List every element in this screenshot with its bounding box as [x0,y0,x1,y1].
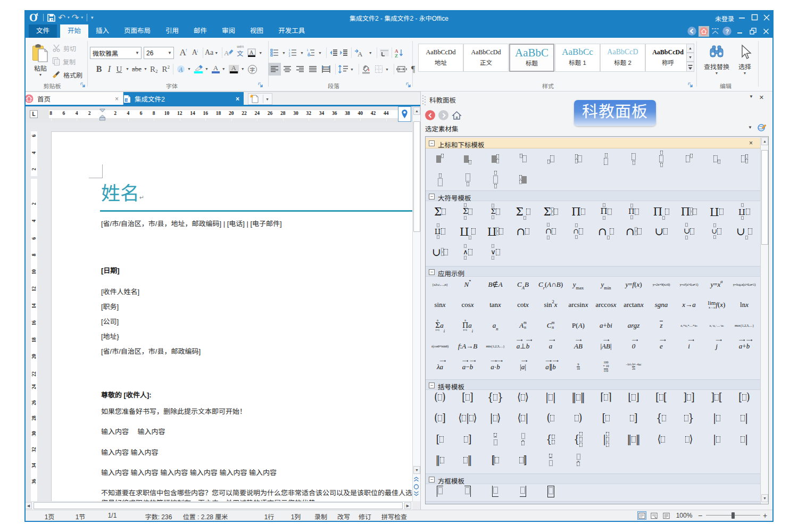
material-cell[interactable]: B∉A [481,274,509,295]
material-cell[interactable]: an [481,315,509,336]
ribbon-tab-3[interactable]: 插入 [88,24,117,38]
text-direction-dropdown[interactable]: ▼ [369,51,372,55]
style-card-5[interactable]: AaBbCcD标题 2 [600,44,645,72]
material-cell[interactable]: Cr(A∩B) [537,274,564,295]
clear-formatting-button[interactable]: A [224,48,234,57]
doc-title[interactable]: 姓名↵ [101,184,144,207]
status-overtype[interactable]: 改写 [337,512,350,521]
shading-button[interactable] [361,65,371,74]
italic-button[interactable]: I [104,64,114,74]
material-cell[interactable]: ymin [592,274,620,295]
paste-button[interactable]: 粘贴 ▼ [29,44,52,86]
material-cell[interactable]: || [537,387,564,408]
material-cell[interactable] [509,169,537,190]
highlight-dropdown[interactable]: ▼ [205,67,209,71]
style-card-3[interactable]: AaBbC标题 [509,44,554,72]
material-cell[interactable] [481,148,509,169]
material-cell[interactable]: P(A) [564,315,592,336]
decrease-indent-button[interactable] [329,48,338,57]
doc-paragraph-4[interactable]: [职务] [101,301,119,311]
doc-minimize-button[interactable] [737,28,743,35]
collapse-icon[interactable]: − [429,140,435,146]
collapse-icon[interactable]: − [429,194,435,200]
material-cell[interactable] [481,169,509,190]
material-cell[interactable]: 910 [564,356,592,377]
material-cell[interactable]: a₁+a₂+…+aₙ [675,315,703,336]
material-cell[interactable]: ] [454,429,481,450]
material-cell[interactable]: ymax [564,274,592,295]
character-shading-dropdown[interactable]: ▼ [241,67,245,71]
material-cell[interactable]: sin2x [537,294,564,315]
numbering-button[interactable]: 123 [288,48,297,57]
material-cell[interactable]: Π [620,201,647,222]
format-painter-button[interactable]: 格式刷 [52,70,82,79]
doc-tab-active[interactable]: W 集成文件2 × [123,92,244,105]
material-cell[interactable]: ] [509,450,537,470]
status-record-macro[interactable]: 录制 [314,512,327,521]
document-area[interactable]: 64224681012141618202224262830323436 姓名↵ … [24,122,412,501]
dialog-launcher-font[interactable] [257,82,264,88]
material-cell[interactable]: { [537,429,564,450]
numbering-dropdown[interactable]: ▼ [300,51,304,55]
material-cell[interactable]: f:A→B [454,336,481,356]
doc-paragraph-9[interactable]: 如果您准备好书写，删除此提示文本即可开始！ [101,406,246,416]
material-cell[interactable]: limx→af(x) [703,294,730,315]
align-indent-button[interactable] [379,48,389,57]
ribbon-tab-5[interactable]: 引用 [158,24,186,38]
material-cell[interactable]: ∩ [592,221,620,242]
material-cell[interactable]: 0 [620,336,647,356]
ruler-pin-button[interactable] [398,106,411,122]
material-cell[interactable]: | [592,429,620,450]
material-cell[interactable]: ) [564,408,592,428]
material-cell[interactable] [620,148,647,169]
material-cell[interactable]: () [426,387,454,408]
material-cell[interactable]: ⌊⌋ [620,387,647,408]
material-cell[interactable] [564,148,592,169]
material-cell[interactable]: sgna [647,294,675,315]
material-cell[interactable] [426,148,454,169]
new-document-dropdown-icon[interactable]: ▼ [265,97,269,101]
doc-paragraph-2[interactable]: [日期] [101,265,120,275]
material-cell[interactable]: a·b [481,356,509,377]
ribbon-tab-6[interactable]: 邮件 [186,24,214,38]
material-cell[interactable]: ⟨ [647,429,675,450]
material-cell[interactable]: arcsinx [564,294,592,315]
material-cell[interactable]: i [675,336,703,356]
material-cell[interactable] [454,148,481,169]
material-cell[interactable]: max{1,2,3,…} [730,315,758,336]
underline-button[interactable]: U [114,65,124,74]
new-document-button[interactable]: ▼ [248,93,272,105]
doc-paragraph-13[interactable]: 不知道要在求职信中包含哪些内容？您可以简要说明为什么您非常适合该公司以及是该职位… [101,487,412,497]
material-cell[interactable]: a−b [454,356,481,377]
indent-markers[interactable] [99,109,106,121]
text-effects-button[interactable]: A [177,65,186,73]
change-case-button[interactable]: Aa [205,48,213,57]
strikethrough-button[interactable]: abe [132,65,142,73]
ribbon-tab-4[interactable]: 页面布局 [117,24,158,38]
material-cell[interactable]: cotx [509,294,537,315]
material-cell[interactable]: lnx [730,294,758,315]
panel-home-button[interactable] [452,111,462,120]
highlight-button[interactable] [194,65,203,73]
scroll-down-button[interactable]: ▼ [413,466,420,474]
shrink-font-button[interactable]: A↓ [189,48,201,57]
material-cell[interactable]: ∧ [454,242,481,262]
line-spacing-dropdown[interactable]: ▼ [350,68,354,71]
material-cell[interactable]: Σ [509,201,537,222]
material-cell[interactable]: CAB [509,274,537,295]
panel-scroll-thumb[interactable] [761,150,768,245]
ribbon-tab-9[interactable]: 开发工具 [271,24,312,38]
material-cell[interactable] [537,148,564,169]
sort-button[interactable]: AZ [394,48,404,57]
material-cell[interactable] [730,148,758,169]
underline-dropdown[interactable]: ▼ [126,67,129,71]
material-cell[interactable]: nΣi=1ai [426,315,454,336]
ribbon-tab-2[interactable]: 开始 [60,24,88,38]
section-header-6[interactable]: −分式模板 [426,501,760,504]
panel-forward-button[interactable] [438,110,448,120]
scroll-left-button[interactable]: ◀ [25,502,32,509]
doc-paragraph-3[interactable]: [收件人姓名] [101,286,139,296]
panel-back-button[interactable] [425,110,435,120]
scroll-up-button[interactable]: ▲ [413,107,420,115]
doc-paragraph-6[interactable]: [地址} [101,331,119,341]
